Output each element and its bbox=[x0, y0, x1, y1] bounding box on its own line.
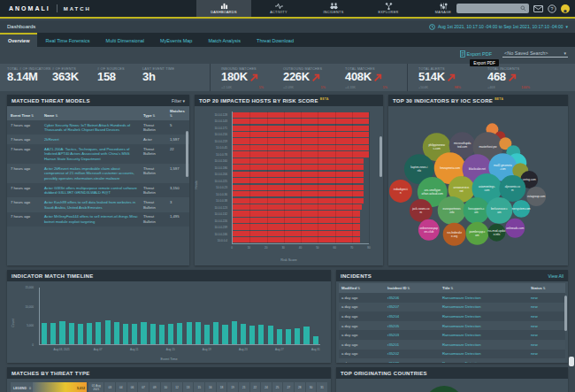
saved-search-select[interactable]: <No Saved Search> ▾ bbox=[502, 50, 568, 58]
ioc-bubble-berlusevase-com[interactable]: berlusevase.com bbox=[486, 197, 512, 224]
help-icon[interactable]: ? bbox=[548, 4, 556, 13]
table-row[interactable]: a day agor35206Ransomware Detectionnew bbox=[339, 293, 565, 303]
ioc-bubble-nersystem-com[interactable]: nersystem.com bbox=[512, 200, 531, 218]
timeline-bar-aug-17[interactable] bbox=[187, 322, 192, 344]
column-header-status[interactable]: Status⇅ bbox=[528, 283, 565, 293]
column-header-modified[interactable]: Modified⇅ bbox=[339, 283, 385, 293]
timeline-bar-aug-19[interactable] bbox=[204, 325, 210, 344]
table-row[interactable]: 7 hours ago2kRevertActor1,597 bbox=[7, 135, 189, 144]
heatmap-date-07[interactable]: 07 bbox=[138, 382, 149, 392]
ioc-bubble-joomlersjap-com[interactable]: joomlersjap.com bbox=[466, 222, 489, 245]
risk-bar-10-0-0-226[interactable] bbox=[233, 218, 360, 223]
table-row[interactable]: 7 hours agoActor Kush99 offers to sell d… bbox=[7, 197, 189, 211]
view-all-link[interactable]: View All bbox=[548, 273, 564, 279]
heatmap-date-04[interactable]: 04 bbox=[116, 382, 126, 392]
ioc-bubble-onlineads-com[interactable]: onlineads.com bbox=[505, 219, 525, 238]
table-row[interactable]: 7 hours agoCyber Security News: IoT Botn… bbox=[7, 120, 189, 135]
table-row[interactable]: 7 hours agoActor MrGreyFox444 offers to … bbox=[7, 212, 189, 227]
timeline-bar-aug-12[interactable] bbox=[141, 322, 146, 344]
timeline-bar-aug-01[interactable] bbox=[42, 323, 47, 344]
timeline-bar-aug-26[interactable] bbox=[268, 326, 273, 344]
risk-bar-10-0-0-160[interactable] bbox=[233, 158, 364, 164]
timeline-bar-aug-05[interactable] bbox=[78, 324, 83, 344]
table-row[interactable]: 7 hours agoAA21-200A: Tactics, Technique… bbox=[7, 144, 189, 164]
timeline-bar-aug-27[interactable] bbox=[277, 329, 282, 344]
user-avatar[interactable] bbox=[561, 4, 570, 13]
ioc-bubble-rus-federalize-org[interactable]: rus.federalize.org bbox=[443, 223, 466, 246]
timeline-bar-aug-09[interactable] bbox=[114, 322, 119, 344]
timeline-bar-aug-24[interactable] bbox=[249, 326, 255, 344]
column-header-matches[interactable]: Matches⇅ bbox=[166, 106, 189, 120]
timeline-bar-aug-15[interactable] bbox=[168, 324, 173, 344]
risk-bar-10-0-0-225[interactable] bbox=[233, 178, 364, 183]
timeline-bar-aug-18[interactable] bbox=[196, 322, 201, 344]
nav-item-incidents[interactable]: INCIDENTS bbox=[306, 0, 361, 17]
tab-threat-download[interactable]: Threat Download bbox=[249, 33, 302, 47]
tab-myevents-map[interactable]: MyEvents Map bbox=[152, 33, 200, 47]
heatmap-date-10[interactable]: 10 bbox=[161, 382, 172, 392]
export-pdf-button[interactable]: Export PDF bbox=[460, 50, 492, 58]
ioc-bubble-vstagroup-com[interactable]: vstagroup.com bbox=[526, 187, 546, 206]
column-header-event-time[interactable]: Event Time⇅ bbox=[7, 106, 41, 120]
timeline-bar-aug-23[interactable] bbox=[241, 324, 246, 344]
tab-real-time-forensics[interactable]: Real Time Forensics bbox=[37, 33, 97, 47]
heatmap-date-16[interactable]: 16 bbox=[205, 382, 216, 392]
risk-bar-10-0-0-36[interactable] bbox=[233, 191, 364, 196]
filter-dropdown[interactable]: Filter ▾ bbox=[172, 98, 185, 104]
ioc-bubble-onlinenewspapers-club[interactable]: onlinenewspapers.club bbox=[418, 219, 440, 241]
column-header-title[interactable]: Title⇅ bbox=[440, 283, 528, 293]
heatmap-date-06[interactable]: 06 bbox=[127, 382, 138, 392]
heatmap-date-09[interactable]: 09 bbox=[150, 382, 160, 392]
timeline-bar-aug-28[interactable] bbox=[286, 329, 291, 344]
table-row[interactable]: a day agor35207Ransomware Detectionnew bbox=[339, 303, 565, 312]
country-bubble[interactable] bbox=[425, 386, 464, 392]
timeline-bar-aug-25[interactable] bbox=[258, 325, 264, 344]
timeline-bar-aug-08[interactable] bbox=[105, 320, 111, 344]
ioc-bubble-jack-swans-com[interactable]: jack-swans.com bbox=[410, 199, 433, 222]
table-row[interactable]: a day agor35201Ransomware Detectionnew bbox=[339, 340, 565, 350]
heatmap-date-03[interactable]: 03 bbox=[104, 382, 115, 392]
nav-item-activity[interactable]: ACTIVITY bbox=[251, 0, 306, 17]
ioc-bubble-rss-mod-update-info[interactable]: rss-mod-update.info bbox=[487, 224, 505, 242]
table-row[interactable]: 7 hours agoActor 2kRevert makes improbab… bbox=[7, 164, 189, 183]
timeline-bar-aug-06[interactable] bbox=[87, 323, 92, 344]
heatmap-date-27[interactable]: 27 bbox=[283, 382, 294, 392]
table-row[interactable]: a day agor35199Ransomware Detectionnew bbox=[339, 358, 565, 363]
heatmap-date-12[interactable]: 12 bbox=[172, 382, 182, 392]
timeline-bar-aug-22[interactable] bbox=[232, 321, 237, 344]
search-input[interactable] bbox=[456, 4, 520, 13]
heatmap-date-31[interactable]: 31 bbox=[317, 382, 327, 392]
risk-bar-10-0-0-123[interactable] bbox=[233, 204, 362, 210]
heatmap-date-25[interactable]: 25 bbox=[272, 382, 283, 392]
table-row[interactable]: a day agor35202Ransomware Detectionnew bbox=[339, 350, 565, 359]
mail-icon[interactable] bbox=[533, 5, 543, 12]
timeline-bar-aug-20[interactable] bbox=[213, 322, 218, 344]
risk-bar-10-0-0-4[interactable] bbox=[233, 237, 360, 242]
heatmap-date-30[interactable]: 30 bbox=[306, 382, 317, 392]
date-range-picker[interactable]: Aug 1st 2021, 10:17:10 -04:00 to Sep 1st… bbox=[429, 24, 568, 30]
risk-bar-10-0-0-246[interactable] bbox=[233, 231, 360, 236]
ioc-bubble-aljeroenix-com[interactable]: aljeroenix.com bbox=[499, 175, 525, 202]
tab-match-analysis[interactable]: Match Analysis bbox=[200, 33, 249, 47]
table-row[interactable]: a day agor35205Ransomware Detectionnew bbox=[339, 321, 565, 331]
timeline-bar-aug-30[interactable] bbox=[303, 327, 309, 344]
table-row[interactable]: a day agor35203Ransomware Detectionnew bbox=[339, 330, 565, 340]
timeline-bar-aug-10[interactable] bbox=[123, 324, 128, 344]
heatmap-date-13[interactable]: 13 bbox=[183, 382, 194, 392]
risk-bar-10-0-0-132[interactable] bbox=[233, 211, 360, 216]
timeline-bar-aug-11[interactable] bbox=[132, 324, 137, 344]
ioc-bubble-indiadigest-in[interactable]: indiadigest.in bbox=[389, 180, 412, 203]
timeline-bar-aug-14[interactable] bbox=[159, 325, 165, 344]
page-scrollbar-thumb[interactable] bbox=[569, 357, 574, 366]
heatmap-date-24[interactable]: 24 bbox=[261, 382, 272, 392]
timeline-bar-aug-31[interactable] bbox=[313, 336, 318, 344]
ioc-bubble-foxsupports-com[interactable]: foxsupports.com bbox=[464, 197, 490, 224]
heatmap-date-15[interactable]: 15 bbox=[194, 382, 204, 392]
column-header-type[interactable]: Type⇅ bbox=[140, 106, 166, 120]
heatmap-date-21[interactable]: 21 bbox=[239, 382, 249, 392]
risk-bar-10-0-0-206[interactable] bbox=[233, 172, 364, 177]
heatmap-date-19[interactable]: 19 bbox=[227, 382, 238, 392]
heatmap-date-18[interactable]: 18 bbox=[217, 382, 227, 392]
timeline-bar-aug-07[interactable] bbox=[96, 322, 101, 344]
timeline-bar-aug-03[interactable] bbox=[59, 321, 65, 344]
